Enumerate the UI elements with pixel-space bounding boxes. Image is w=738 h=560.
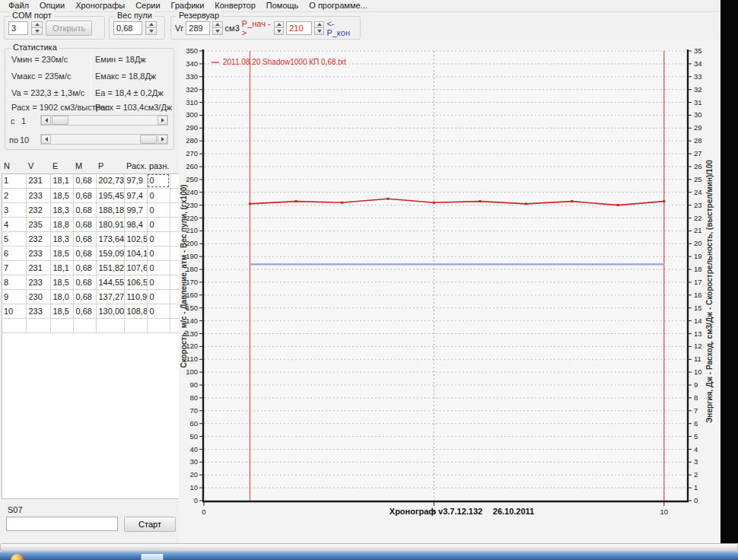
scroll-right-icon[interactable]: [157, 135, 167, 144]
table-cell[interactable]: 18,5: [50, 275, 73, 289]
spin-down-icon[interactable]: [212, 28, 222, 35]
spin-down-icon[interactable]: [314, 28, 324, 35]
table-cell[interactable]: [147, 318, 170, 332]
table-cell[interactable]: [96, 318, 124, 332]
table-cell[interactable]: 18,5: [50, 246, 73, 260]
table-cell[interactable]: 5: [2, 231, 26, 246]
table-cell[interactable]: 231: [26, 260, 50, 275]
table-cell[interactable]: 0,68: [73, 188, 96, 202]
menu-item[interactable]: Помощь: [261, 0, 304, 11]
menu-item[interactable]: Опции: [34, 0, 70, 11]
table-cell[interactable]: 137,27: [96, 289, 124, 304]
table-cell[interactable]: 0: [147, 304, 170, 318]
table-cell[interactable]: 188,18: [96, 202, 124, 217]
table-cell[interactable]: 0,68: [73, 231, 96, 246]
table-cell[interactable]: 0: [147, 275, 170, 289]
table-cell[interactable]: 0,68: [73, 260, 96, 275]
table-cell[interactable]: 6: [2, 246, 26, 260]
table-cell[interactable]: 0,68: [73, 275, 96, 289]
table-cell[interactable]: 18,5: [50, 304, 73, 318]
table-cell[interactable]: 104,1: [124, 246, 147, 260]
session-input[interactable]: [6, 517, 118, 531]
spin-up-icon[interactable]: [314, 21, 324, 29]
table-cell[interactable]: 4: [2, 217, 26, 231]
table-cell[interactable]: 233: [26, 275, 50, 289]
start-button[interactable]: Старт: [124, 517, 176, 532]
menu-item[interactable]: Графики: [166, 0, 210, 11]
table-cell[interactable]: 233: [26, 188, 50, 202]
table-cell[interactable]: 0: [147, 289, 170, 304]
table-cell[interactable]: 18,1: [50, 260, 73, 275]
table-cell[interactable]: 8: [2, 275, 26, 289]
table-cell[interactable]: 107,6: [124, 260, 147, 275]
scrollbar-thumb[interactable]: [140, 135, 157, 144]
table-cell[interactable]: 97,9: [124, 173, 147, 188]
table-cell[interactable]: 2: [2, 188, 26, 202]
spin-up-icon[interactable]: [31, 21, 43, 29]
table-cell[interactable]: 0: [147, 188, 170, 202]
bullet-weight-input[interactable]: [113, 21, 142, 35]
table-cell[interactable]: 3: [2, 202, 26, 217]
table-cell[interactable]: 233: [26, 304, 50, 318]
spin-down-icon[interactable]: [145, 28, 157, 35]
table-cell[interactable]: 173,64: [96, 231, 124, 246]
spin-down-icon[interactable]: [274, 28, 284, 35]
table-cell[interactable]: 0,68: [73, 173, 96, 188]
scroll-left-icon[interactable]: [41, 116, 51, 125]
table-cell[interactable]: 18,3: [50, 202, 73, 217]
table-cell[interactable]: 0,68: [73, 202, 96, 217]
table-cell[interactable]: 97,4: [124, 188, 147, 202]
table-cell[interactable]: 230: [26, 289, 50, 304]
table-cell[interactable]: 231: [26, 173, 50, 188]
table-cell[interactable]: 0: [147, 246, 170, 260]
table-cell[interactable]: 102,5: [124, 231, 147, 246]
table-cell[interactable]: 98,4: [124, 217, 147, 231]
table-cell[interactable]: 108,8: [124, 304, 147, 318]
spin-down-icon[interactable]: [31, 28, 43, 35]
table-cell[interactable]: 151,82: [96, 260, 124, 275]
table-cell[interactable]: 0,68: [73, 289, 96, 304]
table-cell[interactable]: 202,73: [96, 173, 124, 188]
table-cell[interactable]: [124, 318, 147, 332]
table-cell[interactable]: 233: [26, 246, 50, 260]
spin-up-icon[interactable]: [145, 21, 157, 29]
scroll-left-icon[interactable]: [41, 135, 51, 144]
table-cell[interactable]: 232: [26, 231, 50, 246]
pressure-start-input[interactable]: [286, 21, 312, 35]
table-cell[interactable]: 18,5: [50, 188, 73, 202]
table-cell[interactable]: 7: [2, 260, 26, 275]
menu-item[interactable]: Хронографы: [70, 0, 130, 11]
menu-item[interactable]: Конвертор: [209, 0, 260, 11]
table-cell[interactable]: 1: [2, 173, 26, 188]
table-cell[interactable]: 10: [2, 304, 26, 318]
table-cell[interactable]: 18,3: [50, 231, 73, 246]
table-cell[interactable]: 0: [147, 173, 170, 188]
table-cell[interactable]: 159,09: [96, 246, 124, 260]
range-from-scrollbar[interactable]: [40, 115, 168, 126]
com-port-input[interactable]: [8, 21, 28, 35]
table-cell[interactable]: 106,5: [124, 275, 147, 289]
scrollbar-track[interactable]: [51, 116, 157, 125]
table-cell[interactable]: 18,0: [50, 289, 73, 304]
menu-item[interactable]: Серии: [130, 0, 165, 11]
menu-item[interactable]: Файл: [3, 0, 34, 11]
scrollbar-track[interactable]: [51, 135, 157, 144]
scrollbar-thumb[interactable]: [52, 116, 68, 125]
spin-up-icon[interactable]: [274, 21, 284, 29]
menu-item[interactable]: О программе...: [304, 0, 372, 11]
spin-up-icon[interactable]: [212, 21, 222, 29]
table-cell[interactable]: 0: [147, 217, 170, 231]
reservoir-volume-input[interactable]: [186, 21, 210, 35]
windows-taskbar[interactable]: [0, 552, 738, 560]
range-to-scrollbar[interactable]: [40, 134, 168, 145]
table-cell[interactable]: 18,8: [50, 217, 73, 231]
start-orb-icon[interactable]: [11, 554, 24, 560]
table-cell[interactable]: 0: [147, 202, 170, 217]
table-cell[interactable]: 0,68: [73, 246, 96, 260]
table-cell[interactable]: [73, 318, 96, 332]
table-cell[interactable]: 195,45: [96, 188, 124, 202]
table-cell[interactable]: 180,91: [96, 217, 124, 231]
table-cell[interactable]: 18,1: [50, 173, 73, 188]
table-cell[interactable]: 9: [2, 289, 26, 304]
taskbar-button[interactable]: [141, 553, 164, 560]
